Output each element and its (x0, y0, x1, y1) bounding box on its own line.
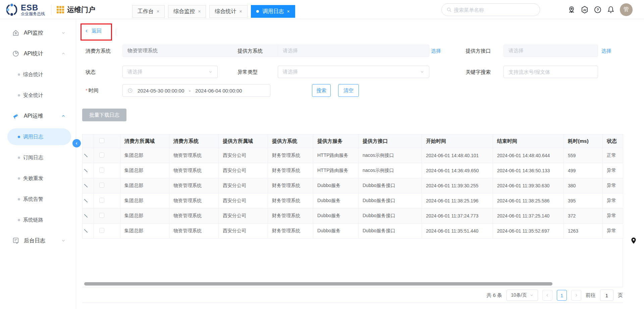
row-checkbox[interactable] (99, 183, 104, 188)
row-checkbox[interactable] (99, 168, 104, 173)
duration-cell: 1263 (564, 224, 603, 239)
close-icon[interactable]: × (157, 9, 159, 14)
sidebar-item-security-statistics[interactable]: 安全统计 (0, 87, 76, 104)
floating-pin-icon[interactable] (630, 237, 637, 244)
expand-row-icon[interactable] (84, 229, 88, 233)
table-row: 集团总部 物资管理系统 西安分公司 财务管理系统 Dubbo服务 Dubbo服务… (83, 224, 623, 239)
column-header: 提供方服务 (313, 134, 359, 148)
provider-interface-field[interactable]: 请选择 (503, 45, 598, 57)
sidebar-item-failure-resend[interactable]: 失败重发 (0, 170, 76, 187)
sidebar-item-subscription-logs[interactable]: 订阅日志 (0, 149, 76, 166)
provider-system-cell: 财务管理系统 (268, 178, 313, 193)
sidebar-group-api-statistics[interactable]: API统计 (0, 45, 76, 62)
duration-cell: 499 (564, 163, 603, 178)
expand-row-icon[interactable] (84, 199, 88, 202)
column-header: 提供方接口 (359, 134, 422, 148)
exception-type-select[interactable]: 请选择 (278, 66, 429, 78)
provider-system-select-link[interactable]: 选择 (431, 45, 441, 57)
ai-assistant-icon[interactable]: AI (581, 6, 589, 14)
clock-icon (127, 88, 133, 93)
provider-system-cell: 财务管理系统 (268, 224, 313, 239)
provider-service-cell: Dubbo服务 (313, 193, 359, 208)
table-header-row: 消费方所属域 消费方系统 提供方所属域 提供方系统 提供方服务 提供方接口 开始… (83, 134, 623, 148)
chevron-right-icon (574, 293, 578, 297)
sidebar: API监控 API统计 综合统计 安全统计 (0, 19, 76, 309)
page-size-select[interactable]: 10条/页 (506, 290, 538, 301)
divider (82, 303, 623, 303)
back-button[interactable]: 返回 (85, 28, 102, 34)
expand-row-icon[interactable] (84, 154, 88, 157)
select-all-checkbox[interactable] (99, 138, 104, 143)
search-button[interactable]: 搜索 (312, 84, 331, 97)
sidebar-group-backend-logs[interactable]: 后台日志 (0, 232, 76, 249)
sidebar-collapse-button[interactable] (72, 139, 81, 147)
close-icon[interactable]: × (239, 9, 242, 14)
clear-button[interactable]: 清空 (338, 84, 359, 97)
provider-interface-select-link[interactable]: 选择 (601, 45, 611, 57)
sidebar-item-system-tracing[interactable]: 系统链路 (0, 211, 76, 228)
horizontal-scrollbar[interactable] (84, 282, 552, 286)
next-page-button[interactable] (571, 290, 581, 301)
active-dot-icon (256, 10, 259, 13)
consumer-system-cell: 物资管理系统 (169, 148, 219, 163)
page-number-button[interactable]: 1 (557, 290, 567, 301)
consumer-system-label: 消费方系统 (86, 45, 111, 57)
goto-page-input[interactable] (600, 290, 613, 301)
call-log-table: 消费方所属域 消费方系统 提供方所属域 提供方系统 提供方服务 提供方接口 开始… (82, 134, 623, 287)
portal-grid-icon (57, 6, 64, 13)
end-time-cell: 2024-06-01 14:36:50.133 (493, 163, 564, 178)
start-time-cell: 2024-06-01 11:39:30.255 (422, 178, 493, 193)
megaphone-icon (12, 112, 19, 120)
svg-text:?: ? (597, 8, 599, 12)
consumer-domain-cell: 集团总部 (120, 163, 169, 178)
bullet-dot-icon (18, 73, 20, 76)
close-icon[interactable]: × (287, 9, 290, 14)
time-range-picker[interactable]: 2024-05-30 00:00:00 - 2024-06-04 00:00:0… (122, 84, 270, 97)
page-size-value: 10条/页 (511, 292, 527, 298)
expand-row-icon[interactable] (84, 184, 88, 187)
tab-monitor[interactable]: 综合监控 × (168, 5, 206, 18)
expand-row-icon[interactable] (84, 169, 88, 172)
provider-service-cell: Dubbo服务 (313, 178, 359, 193)
row-checkbox[interactable] (99, 228, 104, 233)
sidebar-item-comprehensive-statistics[interactable]: 综合统计 (0, 66, 76, 83)
tab-call-logs[interactable]: 调用日志 × (251, 5, 295, 18)
sidebar-item-label: 系统链路 (23, 217, 43, 223)
tab-bar: 工作台 × 综合监控 × 综合统计 × 调用日志 × (132, 5, 295, 18)
search-input[interactable] (454, 7, 535, 13)
sidebar-item-call-logs[interactable]: 调用日志 (7, 128, 71, 145)
provider-domain-cell: 西安分公司 (219, 224, 268, 239)
batch-download-button[interactable]: 批量下载日志 (82, 109, 126, 121)
start-time-cell: 2024-06-01 11:37:24.773 (422, 208, 493, 224)
close-icon[interactable]: × (198, 9, 201, 14)
keyword-search-input[interactable] (503, 66, 598, 78)
column-header: 消费方所属域 (120, 134, 169, 148)
bell-icon[interactable] (607, 6, 615, 14)
tab-workbench[interactable]: 工作台 × (132, 5, 165, 18)
sidebar-group-label: API运维 (24, 113, 43, 120)
status-placeholder: 请选择 (127, 69, 143, 75)
sidebar-item-label: 安全统计 (23, 92, 43, 99)
sidebar-item-system-alerts[interactable]: 系统告警 (0, 191, 76, 207)
row-checkbox[interactable] (99, 198, 104, 203)
sidebar-group-api-operations[interactable]: API运维 (0, 108, 76, 124)
exception-type-label: 异常类型 (237, 66, 258, 78)
provider-service-cell: Dubbo服务 (313, 224, 359, 239)
provider-system-field[interactable]: 请选择 (278, 45, 429, 57)
tab-statistics[interactable]: 综合统计 × (209, 5, 247, 18)
sidebar-group-label: API监控 (24, 29, 43, 37)
row-checkbox[interactable] (99, 152, 104, 158)
time-separator: - (189, 88, 191, 94)
duration-cell: 372 (564, 208, 603, 224)
provider-interface-cell: Dubbo服务接口 (359, 208, 422, 224)
expand-row-icon[interactable] (84, 214, 88, 218)
bullet-dot-icon (18, 94, 20, 97)
help-icon[interactable]: ? (594, 6, 602, 14)
required-mark: * (86, 87, 88, 93)
row-checkbox[interactable] (99, 213, 104, 218)
location-pin-icon[interactable] (568, 6, 576, 14)
avatar[interactable]: 管 (620, 3, 633, 16)
status-select[interactable]: 请选择 (122, 66, 218, 78)
sidebar-group-api-monitor[interactable]: API监控 (0, 24, 76, 41)
prev-page-button[interactable] (542, 290, 552, 301)
